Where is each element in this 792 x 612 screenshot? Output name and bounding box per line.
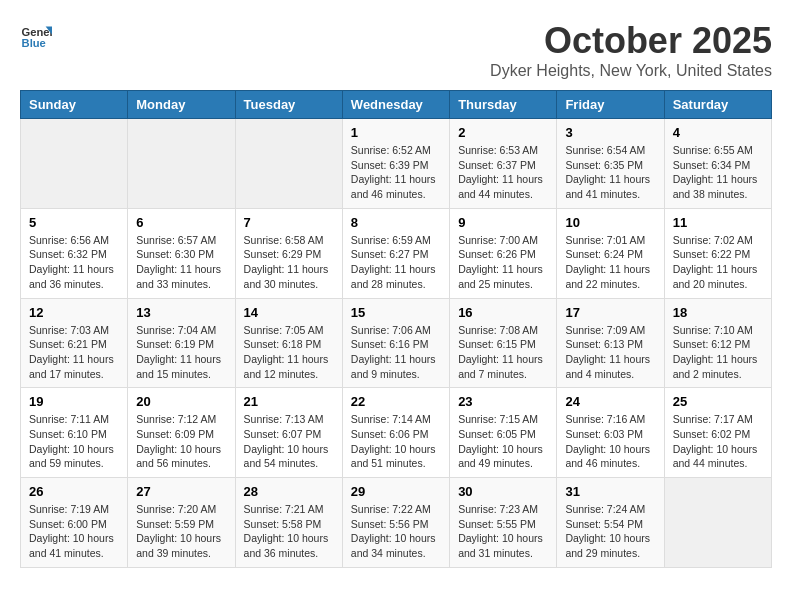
calendar-cell: 29Sunrise: 7:22 AM Sunset: 5:56 PM Dayli… [342,478,449,568]
cell-content: Sunrise: 7:23 AM Sunset: 5:55 PM Dayligh… [458,502,548,561]
calendar-cell: 17Sunrise: 7:09 AM Sunset: 6:13 PM Dayli… [557,298,664,388]
day-number: 6 [136,215,226,230]
day-number: 4 [673,125,763,140]
calendar-cell: 2Sunrise: 6:53 AM Sunset: 6:37 PM Daylig… [450,119,557,209]
day-number: 1 [351,125,441,140]
logo: General Blue [20,20,52,52]
header-wednesday: Wednesday [342,91,449,119]
cell-content: Sunrise: 7:24 AM Sunset: 5:54 PM Dayligh… [565,502,655,561]
day-number: 8 [351,215,441,230]
cell-content: Sunrise: 7:22 AM Sunset: 5:56 PM Dayligh… [351,502,441,561]
calendar-cell: 4Sunrise: 6:55 AM Sunset: 6:34 PM Daylig… [664,119,771,209]
header-saturday: Saturday [664,91,771,119]
day-number: 10 [565,215,655,230]
cell-content: Sunrise: 6:57 AM Sunset: 6:30 PM Dayligh… [136,233,226,292]
calendar-cell: 27Sunrise: 7:20 AM Sunset: 5:59 PM Dayli… [128,478,235,568]
cell-content: Sunrise: 7:14 AM Sunset: 6:06 PM Dayligh… [351,412,441,471]
day-number: 5 [29,215,119,230]
calendar-week-row: 26Sunrise: 7:19 AM Sunset: 6:00 PM Dayli… [21,478,772,568]
calendar-cell: 30Sunrise: 7:23 AM Sunset: 5:55 PM Dayli… [450,478,557,568]
calendar-cell: 15Sunrise: 7:06 AM Sunset: 6:16 PM Dayli… [342,298,449,388]
day-number: 9 [458,215,548,230]
day-number: 26 [29,484,119,499]
cell-content: Sunrise: 6:54 AM Sunset: 6:35 PM Dayligh… [565,143,655,202]
day-number: 25 [673,394,763,409]
day-number: 14 [244,305,334,320]
day-number: 27 [136,484,226,499]
calendar-cell: 24Sunrise: 7:16 AM Sunset: 6:03 PM Dayli… [557,388,664,478]
day-number: 22 [351,394,441,409]
calendar-cell: 18Sunrise: 7:10 AM Sunset: 6:12 PM Dayli… [664,298,771,388]
month-title: October 2025 [490,20,772,62]
logo-icon: General Blue [20,20,52,52]
calendar-header-row: SundayMondayTuesdayWednesdayThursdayFrid… [21,91,772,119]
calendar-cell: 7Sunrise: 6:58 AM Sunset: 6:29 PM Daylig… [235,208,342,298]
calendar-cell: 28Sunrise: 7:21 AM Sunset: 5:58 PM Dayli… [235,478,342,568]
cell-content: Sunrise: 7:05 AM Sunset: 6:18 PM Dayligh… [244,323,334,382]
cell-content: Sunrise: 7:01 AM Sunset: 6:24 PM Dayligh… [565,233,655,292]
svg-text:Blue: Blue [22,37,46,49]
header-monday: Monday [128,91,235,119]
day-number: 3 [565,125,655,140]
cell-content: Sunrise: 7:19 AM Sunset: 6:00 PM Dayligh… [29,502,119,561]
calendar-cell: 31Sunrise: 7:24 AM Sunset: 5:54 PM Dayli… [557,478,664,568]
calendar-table: SundayMondayTuesdayWednesdayThursdayFrid… [20,90,772,568]
calendar-cell: 1Sunrise: 6:52 AM Sunset: 6:39 PM Daylig… [342,119,449,209]
cell-content: Sunrise: 7:00 AM Sunset: 6:26 PM Dayligh… [458,233,548,292]
calendar-cell: 21Sunrise: 7:13 AM Sunset: 6:07 PM Dayli… [235,388,342,478]
cell-content: Sunrise: 6:52 AM Sunset: 6:39 PM Dayligh… [351,143,441,202]
cell-content: Sunrise: 6:59 AM Sunset: 6:27 PM Dayligh… [351,233,441,292]
day-number: 17 [565,305,655,320]
day-number: 18 [673,305,763,320]
calendar-week-row: 1Sunrise: 6:52 AM Sunset: 6:39 PM Daylig… [21,119,772,209]
day-number: 20 [136,394,226,409]
calendar-cell: 6Sunrise: 6:57 AM Sunset: 6:30 PM Daylig… [128,208,235,298]
cell-content: Sunrise: 7:04 AM Sunset: 6:19 PM Dayligh… [136,323,226,382]
calendar-cell [664,478,771,568]
day-number: 2 [458,125,548,140]
calendar-cell [21,119,128,209]
cell-content: Sunrise: 7:17 AM Sunset: 6:02 PM Dayligh… [673,412,763,471]
calendar-cell: 11Sunrise: 7:02 AM Sunset: 6:22 PM Dayli… [664,208,771,298]
cell-content: Sunrise: 7:13 AM Sunset: 6:07 PM Dayligh… [244,412,334,471]
header-thursday: Thursday [450,91,557,119]
cell-content: Sunrise: 6:55 AM Sunset: 6:34 PM Dayligh… [673,143,763,202]
calendar-week-row: 12Sunrise: 7:03 AM Sunset: 6:21 PM Dayli… [21,298,772,388]
cell-content: Sunrise: 7:02 AM Sunset: 6:22 PM Dayligh… [673,233,763,292]
calendar-cell: 10Sunrise: 7:01 AM Sunset: 6:24 PM Dayli… [557,208,664,298]
cell-content: Sunrise: 7:21 AM Sunset: 5:58 PM Dayligh… [244,502,334,561]
day-number: 30 [458,484,548,499]
calendar-week-row: 5Sunrise: 6:56 AM Sunset: 6:32 PM Daylig… [21,208,772,298]
calendar-cell: 26Sunrise: 7:19 AM Sunset: 6:00 PM Dayli… [21,478,128,568]
calendar-cell: 5Sunrise: 6:56 AM Sunset: 6:32 PM Daylig… [21,208,128,298]
day-number: 13 [136,305,226,320]
day-number: 31 [565,484,655,499]
calendar-cell: 12Sunrise: 7:03 AM Sunset: 6:21 PM Dayli… [21,298,128,388]
cell-content: Sunrise: 7:09 AM Sunset: 6:13 PM Dayligh… [565,323,655,382]
cell-content: Sunrise: 6:58 AM Sunset: 6:29 PM Dayligh… [244,233,334,292]
calendar-cell: 19Sunrise: 7:11 AM Sunset: 6:10 PM Dayli… [21,388,128,478]
day-number: 28 [244,484,334,499]
header-sunday: Sunday [21,91,128,119]
cell-content: Sunrise: 7:10 AM Sunset: 6:12 PM Dayligh… [673,323,763,382]
cell-content: Sunrise: 7:20 AM Sunset: 5:59 PM Dayligh… [136,502,226,561]
day-number: 15 [351,305,441,320]
page-header: General Blue October 2025 Dyker Heights,… [20,20,772,80]
calendar-cell: 14Sunrise: 7:05 AM Sunset: 6:18 PM Dayli… [235,298,342,388]
day-number: 19 [29,394,119,409]
cell-content: Sunrise: 7:06 AM Sunset: 6:16 PM Dayligh… [351,323,441,382]
calendar-cell [235,119,342,209]
calendar-cell: 3Sunrise: 6:54 AM Sunset: 6:35 PM Daylig… [557,119,664,209]
calendar-week-row: 19Sunrise: 7:11 AM Sunset: 6:10 PM Dayli… [21,388,772,478]
day-number: 16 [458,305,548,320]
cell-content: Sunrise: 7:15 AM Sunset: 6:05 PM Dayligh… [458,412,548,471]
day-number: 12 [29,305,119,320]
cell-content: Sunrise: 7:03 AM Sunset: 6:21 PM Dayligh… [29,323,119,382]
calendar-cell: 20Sunrise: 7:12 AM Sunset: 6:09 PM Dayli… [128,388,235,478]
header-friday: Friday [557,91,664,119]
location: Dyker Heights, New York, United States [490,62,772,80]
calendar-cell: 9Sunrise: 7:00 AM Sunset: 6:26 PM Daylig… [450,208,557,298]
day-number: 23 [458,394,548,409]
day-number: 21 [244,394,334,409]
calendar-cell: 16Sunrise: 7:08 AM Sunset: 6:15 PM Dayli… [450,298,557,388]
